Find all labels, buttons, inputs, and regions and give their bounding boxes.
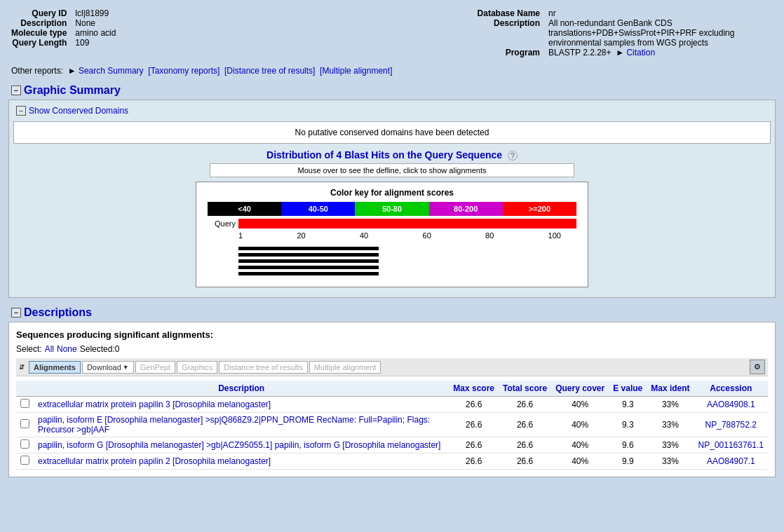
info-section: Query ID lcl|81899 Description None Mole… [6,6,778,63]
descriptions-link[interactable]: Descriptions [24,306,92,319]
query-length-value: 109 [75,38,116,48]
query-label: Query [208,219,236,228]
row-checkbox-2[interactable] [20,439,29,449]
settings-gear-btn[interactable]: ⚙ [750,360,765,374]
table-row: papilin, isoform E [Drosophila melanogas… [16,413,768,437]
distance-tree-btn[interactable]: Distance tree of results [219,361,308,374]
results-table: Description Max score Total score Query … [16,381,768,470]
row-total-score-1: 26.6 [499,413,551,437]
graphic-summary-link[interactable]: Graphic Summary [24,84,121,97]
graphic-summary-section: − Graphic Summary − Show Conserved Domai… [6,81,778,298]
row-max-score-3: 26.6 [449,453,499,470]
row-e-value-0: 9.3 [609,397,647,413]
select-row: Select: All None Selected:0 [16,344,768,354]
graphics-btn[interactable]: Graphics [177,361,217,374]
select-none-link[interactable]: None [57,344,77,354]
citation-link[interactable]: Citation [626,48,655,57]
taxonomy-reports-link[interactable]: [Taxonomy reports] [148,66,219,76]
row-accession-1: NP_788752.2 [694,413,768,437]
color-bar-5080: 50-80 [355,202,428,216]
description-link-3[interactable]: extracellular matrix protein papilin 2 [… [38,456,271,466]
accession-link-0[interactable]: AAO84908.1 [707,400,755,409]
color-bar-4050: 40-50 [281,202,355,216]
row-description-2: papilin, isoform G [Drosophila melanogas… [34,437,449,453]
conserved-domains-collapse-btn[interactable]: − [16,106,26,116]
max-score-col-header: Max score [449,381,499,397]
show-conserved-domains-row: − Show Conserved Domains [13,104,771,117]
sort-icon: ⇵ [19,363,25,371]
query-cover-col-header: Query cover [551,381,609,397]
download-btn[interactable]: Download ▼ [82,361,134,374]
description-value: None [75,18,116,28]
row-e-value-1: 9.3 [609,413,647,437]
graphic-summary-title: − Graphic Summary [6,81,778,100]
color-bar-lt40: <40 [208,202,281,216]
alignments-btn[interactable]: Alignments [29,361,81,374]
page-wrapper: Query ID lcl|81899 Description None Mole… [0,0,784,489]
description-link-0[interactable]: extracellular matrix protein papilin 3 [… [38,400,271,409]
graphic-summary-inner: − Show Conserved Domains No putative con… [8,100,776,298]
info-left: Query ID lcl|81899 Description None Mole… [11,8,116,57]
row-query-cover-1: 40% [551,413,609,437]
row-e-value-3: 9.9 [609,453,647,470]
table-row: extracellular matrix protein papilin 3 [… [16,397,768,413]
program-value: BLASTP 2.2.28+ ► Citation [548,48,773,57]
color-chart: Color key for alignment scores <40 40-50… [196,182,588,287]
molecule-type-label: Molecule type [11,28,69,38]
row-checkbox-0[interactable] [20,399,29,408]
row-query-cover-2: 40% [551,437,609,453]
multiple-alignment-btn[interactable]: Multiple alignment [309,361,381,374]
color-bar-80200: 80-200 [429,202,503,216]
show-conserved-domains-link[interactable]: Show Conserved Domains [29,106,128,116]
molecule-type-value: amino acid [75,28,116,38]
search-summary-link[interactable]: Search Summary [79,66,144,76]
no-domains-text: No putative conserved domains have been … [295,128,489,137]
row-checkbox-3[interactable] [20,456,29,465]
hit-line-3 [238,259,379,263]
row-total-score-3: 26.6 [499,453,551,470]
accession-link-3[interactable]: AAO84907.1 [707,456,755,466]
description-label: Description [11,18,69,28]
accession-link-2[interactable]: NP_001163761.1 [698,440,764,450]
description-link-1[interactable]: papilin, isoform E [Drosophila melanogas… [38,415,430,435]
row-accession-0: AAO84908.1 [694,397,768,413]
row-e-value-2: 9.6 [609,437,647,453]
download-chevron-icon: ▼ [123,364,129,371]
other-reports-label: Other reports: [11,66,63,76]
hit-lines-container [208,247,576,275]
multiple-alignment-link[interactable]: [Multiple alignment] [320,66,392,76]
descriptions-title: − Descriptions [6,303,778,322]
hit-line-1 [238,247,379,250]
row-max-score-2: 26.6 [449,437,499,453]
row-query-cover-0: 40% [551,397,609,413]
hit-line-2 [238,253,379,257]
max-ident-col-header: Max ident [647,381,694,397]
select-all-link[interactable]: All [45,344,54,354]
graphic-summary-collapse-btn[interactable]: − [11,86,21,95]
blast-hits-subtitle: Mouse over to see the defline, click to … [210,163,574,177]
genpept-btn[interactable]: GenPept [135,361,175,374]
distance-tree-link[interactable]: [Distance tree of results] [224,66,315,76]
row-max-ident-0: 33% [647,397,694,413]
descriptions-inner: Sequences producing significant alignmen… [8,322,776,477]
query-id-value: lcl|81899 [75,8,116,18]
table-row: papilin, isoform G [Drosophila melanogas… [16,437,768,453]
accession-link-1[interactable]: NP_788752.2 [705,420,757,430]
descriptions-collapse-btn[interactable]: − [11,308,21,318]
hit-line-4 [238,266,379,269]
row-checkbox-1[interactable] [20,419,29,428]
seq-producing-title: Sequences producing significant alignmen… [16,329,768,340]
row-max-ident-2: 33% [647,437,694,453]
e-value-col-header: E value [609,381,647,397]
accession-col-header: Accession [694,381,768,397]
description-link-2[interactable]: papilin, isoform G [Drosophila melanogas… [38,440,440,450]
row-accession-3: AAO84907.1 [694,453,768,470]
table-header-row: Description Max score Total score Query … [16,381,768,397]
db-name-value: nr [548,8,773,18]
row-max-score-1: 26.6 [449,413,499,437]
color-key-title: Color key for alignment scores [208,188,576,198]
query-scale [238,219,576,229]
query-length-label: Query Length [11,38,69,48]
blast-hits-title: Distribution of 4 Blast Hits on the Quer… [13,149,771,161]
query-id-label: Query ID [11,8,69,18]
